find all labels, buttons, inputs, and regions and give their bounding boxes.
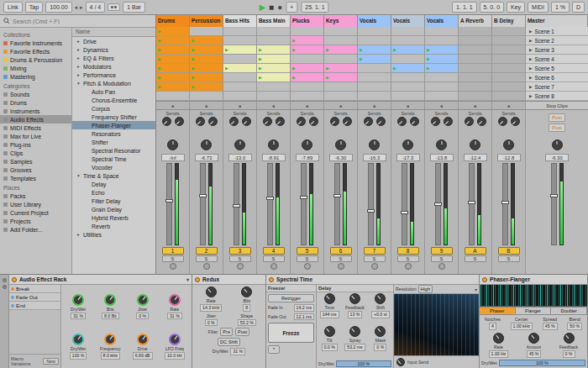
volume-value[interactable]: -17.3 xyxy=(396,154,420,161)
clip-slot[interactable] xyxy=(492,82,525,92)
scene-play-icon[interactable]: ▶ xyxy=(529,29,532,34)
redux-bits-value[interactable]: 8 xyxy=(243,304,250,312)
record-button[interactable]: ● xyxy=(277,3,282,12)
send-b-pre-post-toggle[interactable]: Post xyxy=(549,124,565,132)
clip-play-icon[interactable]: ▶ xyxy=(292,75,296,80)
browser-tree-item[interactable]: Vocoder xyxy=(72,163,155,171)
phaser-param-value[interactable]: 45 % xyxy=(543,323,558,330)
fader-handle[interactable] xyxy=(233,204,240,208)
track-header[interactable]: Vocals xyxy=(391,15,425,27)
phaser-knob-value[interactable]: 0 % xyxy=(563,350,575,358)
clip-slot[interactable] xyxy=(425,92,458,101)
clip-slot[interactable] xyxy=(425,73,458,82)
tempo-display[interactable]: 100.00 xyxy=(45,2,71,13)
clip-slot[interactable]: ▶ xyxy=(190,45,223,55)
phaser-mode-tab[interactable]: Phaser xyxy=(480,307,516,315)
phaser-mode-tab[interactable]: Doubler xyxy=(551,307,587,315)
clip-slot[interactable] xyxy=(459,27,491,36)
clip-slot[interactable]: ▶ xyxy=(223,45,256,55)
place-item[interactable]: Packs xyxy=(0,192,71,200)
browser-tree-item[interactable]: Reverb xyxy=(72,222,155,230)
clip-slot[interactable] xyxy=(190,27,223,36)
freezer-retrigger-button[interactable]: Retrigger xyxy=(268,294,314,302)
clip-play-icon[interactable]: ▶ xyxy=(192,75,195,80)
clip-slot[interactable] xyxy=(156,92,189,101)
tap-tempo-button[interactable]: Tap xyxy=(25,2,43,13)
device-fold-icon[interactable]: ▾ xyxy=(186,276,189,282)
clip-slot[interactable] xyxy=(190,92,223,101)
clip-stop-button[interactable]: ■ xyxy=(425,102,459,109)
disclosure-arrow-icon[interactable]: ▸ xyxy=(76,232,81,237)
arm-record-button[interactable] xyxy=(270,263,277,270)
send-b-knob[interactable] xyxy=(208,117,218,126)
new-variation-button[interactable]: New xyxy=(43,358,59,365)
clip-play-icon[interactable]: ▶ xyxy=(259,56,262,61)
arm-record-button[interactable] xyxy=(304,263,311,270)
clip-slot[interactable]: ▶ xyxy=(257,64,290,73)
volume-value[interactable]: -13.0 xyxy=(228,154,252,161)
phaser-knob[interactable] xyxy=(528,333,539,344)
clip-slot[interactable] xyxy=(324,92,357,101)
phaser-knob[interactable] xyxy=(564,333,575,344)
overdub-button[interactable]: + xyxy=(286,2,297,13)
clip-slot[interactable] xyxy=(223,82,256,92)
clip-slot[interactable] xyxy=(391,55,424,64)
clip-slot[interactable] xyxy=(358,36,391,45)
master-volume-value[interactable]: -6.30 xyxy=(545,154,569,161)
pan-knob[interactable] xyxy=(167,139,178,150)
clip-slot[interactable] xyxy=(425,36,458,45)
solo-button[interactable]: S xyxy=(196,255,218,262)
freeze-button[interactable]: Freeze xyxy=(268,323,314,343)
clip-slot[interactable] xyxy=(391,82,424,92)
clip-play-icon[interactable]: ▶ xyxy=(225,47,228,52)
chevron-down-icon[interactable]: ▾ xyxy=(475,287,477,292)
clip-slot[interactable]: ▶ xyxy=(324,45,357,55)
clip-slot[interactable] xyxy=(324,36,357,45)
scene-launch-row[interactable]: ▶ Scene 4 xyxy=(526,55,588,64)
volume-fader[interactable] xyxy=(368,163,374,245)
place-item[interactable]: User Library xyxy=(0,200,71,208)
macro-knob[interactable] xyxy=(104,334,116,345)
scene-play-icon[interactable]: ▶ xyxy=(529,39,532,43)
arm-record-button[interactable] xyxy=(203,263,210,270)
volume-value[interactable]: -13.8 xyxy=(430,154,454,161)
send-a-knob[interactable] xyxy=(465,117,474,126)
pan-knob[interactable] xyxy=(402,139,413,150)
track-header[interactable]: Vocals xyxy=(358,15,391,27)
clip-slot[interactable]: ▶ xyxy=(190,55,223,64)
loop-start-display[interactable]: 1. 1. 1 xyxy=(452,2,476,13)
clip-slot[interactable]: ▶ xyxy=(425,45,458,55)
clip-stop-button[interactable]: ■ xyxy=(358,102,391,109)
browser-tree-item[interactable]: ▸ Dynamics xyxy=(72,45,155,54)
clip-play-icon[interactable]: ▶ xyxy=(259,47,262,52)
play-button[interactable]: ▶ xyxy=(259,3,265,12)
freeze-sync-button[interactable]: * xyxy=(268,345,280,354)
volume-fader[interactable] xyxy=(200,163,206,245)
spectral-param-knob[interactable] xyxy=(375,326,386,337)
clip-play-icon[interactable]: ▶ xyxy=(158,56,161,61)
disclosure-arrow-icon[interactable]: ▾ xyxy=(76,173,81,178)
stop-button[interactable]: ■ xyxy=(269,3,274,12)
clip-slot[interactable] xyxy=(425,27,458,36)
clip-slot[interactable] xyxy=(459,82,491,92)
clip-slot[interactable] xyxy=(492,73,525,82)
macro-knob[interactable] xyxy=(169,294,181,306)
device-power-toggle[interactable] xyxy=(195,277,200,282)
resolution-selector[interactable]: High xyxy=(418,285,433,293)
loop-length-display[interactable]: 5. 0. 0 xyxy=(480,2,504,13)
browser-tree-item[interactable]: Shifter xyxy=(72,138,155,146)
macro-knob[interactable] xyxy=(104,294,116,306)
volume-value[interactable]: -6.73 xyxy=(195,154,218,161)
device-power-toggle[interactable] xyxy=(12,277,17,282)
phaser-param-value[interactable]: 50 % xyxy=(567,323,582,330)
volume-fader[interactable] xyxy=(469,163,475,245)
disclosure-arrow-icon[interactable]: ▸ xyxy=(76,72,81,77)
spectral-param-value[interactable]: 144 ms xyxy=(320,311,339,318)
clip-slot[interactable]: ▶ xyxy=(291,36,323,45)
clip-slot[interactable]: ▶ xyxy=(291,64,323,73)
clip-slot[interactable] xyxy=(492,92,525,101)
clip-slot[interactable] xyxy=(492,27,525,36)
clip-slot[interactable]: ▶ xyxy=(324,64,357,73)
track-header[interactable]: Vocals xyxy=(425,15,459,27)
category-item[interactable]: Instruments xyxy=(0,107,71,115)
